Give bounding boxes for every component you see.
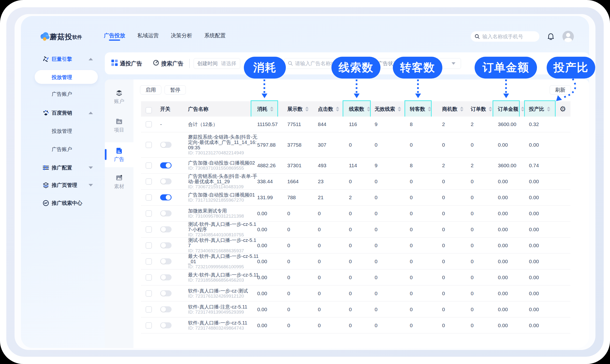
cell-value: 131.99 xyxy=(257,190,273,205)
pause-button[interactable]: 暂停 xyxy=(165,85,186,94)
ad-status-toggle[interactable] xyxy=(160,274,172,280)
row-checkbox[interactable] xyxy=(146,242,152,249)
ad-status-toggle[interactable] xyxy=(160,210,172,216)
col-header-leads[interactable]: 线索数 xyxy=(349,101,370,117)
row-checkbox[interactable] xyxy=(146,194,152,201)
cell-value: 0.00 xyxy=(529,270,539,285)
tab-general-ads[interactable]: 通投广告 xyxy=(120,60,142,67)
table-totals-row: - 合计（12条） 11150.57 77511 844 116 9 8 2 2… xyxy=(141,117,570,132)
col-header-invalid-leads[interactable]: 无效线索 xyxy=(375,101,401,117)
row-checkbox[interactable] xyxy=(146,226,152,233)
nav-system-config[interactable]: 系统配置 xyxy=(203,32,227,39)
col-header-orders[interactable]: 订单数 xyxy=(471,101,492,117)
search-icon xyxy=(475,34,480,39)
ad-status-toggle[interactable] xyxy=(160,322,172,328)
column-settings-gear-icon[interactable]: ⚙ xyxy=(559,101,566,117)
sort-icon[interactable] xyxy=(367,107,370,111)
table-row: 最大-软件-真人口播-一步-cz-5.11_01ID: 723210999568… xyxy=(141,253,570,270)
sort-icon[interactable] xyxy=(305,107,309,111)
table-row: 软件-真人口播-一步-cz-5.11ID: 723174880324986474… xyxy=(141,317,570,334)
rail-item-ads[interactable]: 广告 xyxy=(105,142,133,167)
sidebar-group-promo-config[interactable]: 推广配置 xyxy=(42,161,103,174)
ad-status-toggle[interactable] xyxy=(160,290,172,296)
notification-bell-icon[interactable] xyxy=(547,33,555,40)
cell-value: 0.00 xyxy=(529,173,539,189)
tab-search-ads[interactable]: 搜索广告 xyxy=(161,60,183,67)
device-frame: 蘑菇投 软件 广告投放 私域运营 决策分析 系统配置 输入名称或手机号 xyxy=(0,0,610,364)
cell-value: 0 xyxy=(349,301,352,317)
collapse-arrow-icon xyxy=(89,112,93,114)
sort-icon[interactable] xyxy=(460,107,463,111)
nav-private-domain[interactable]: 私域运营 xyxy=(136,32,160,39)
ad-status-toggle[interactable] xyxy=(160,242,172,248)
col-header-impressions[interactable]: 展示数 xyxy=(287,101,309,117)
ad-id: ID: 7232109995686100995 xyxy=(188,264,259,270)
row-checkbox[interactable] xyxy=(146,178,152,185)
row-checkbox[interactable] xyxy=(146,322,152,329)
cell-value: 2 xyxy=(349,190,352,205)
sort-icon[interactable] xyxy=(489,107,492,111)
row-checkbox[interactable] xyxy=(146,274,152,281)
header-search-input[interactable]: 输入名称或手机号 xyxy=(471,31,539,42)
col-header-order-amount[interactable]: 订单金额 xyxy=(498,101,524,117)
sidebar-item-baidu-delivery-mgmt[interactable]: 投放管理 xyxy=(52,124,105,138)
ad-status-toggle[interactable] xyxy=(160,162,172,169)
sidebar-item-label: 投放管理 xyxy=(52,128,72,134)
nav-ad-delivery[interactable]: 广告投放 xyxy=(103,32,126,39)
table-row: 软件-真人口播-一步-cz-测试ID: 7231761324269912120 … xyxy=(141,286,570,301)
row-checkbox[interactable] xyxy=(146,306,152,313)
ad-name: 广告加微-自动投放-口播视频01 xyxy=(188,192,255,197)
row-checkbox[interactable] xyxy=(146,142,152,148)
row-checkbox[interactable] xyxy=(146,210,152,217)
sort-icon[interactable] xyxy=(398,107,401,111)
cell-value: 0.00 xyxy=(257,301,267,317)
col-header-clicks[interactable]: 点击数 xyxy=(318,101,339,117)
sort-icon[interactable] xyxy=(521,107,524,111)
enable-button[interactable]: 启用 xyxy=(140,85,161,94)
sort-icon[interactable] xyxy=(270,107,274,111)
row-checkbox[interactable] xyxy=(146,290,152,297)
ad-status-toggle[interactable] xyxy=(160,194,172,200)
cell-value: 0 xyxy=(442,301,445,317)
rail-item-accounts[interactable]: 账户 xyxy=(105,86,133,108)
row-checkbox[interactable] xyxy=(146,258,152,265)
collapse-arrow-icon xyxy=(89,184,93,186)
sidebar-group-lead-center[interactable]: 推广线索中心 xyxy=(42,196,103,210)
sidebar-item-baidu-ad-accounts[interactable]: 广告账户 xyxy=(52,143,105,156)
row-checkbox[interactable] xyxy=(146,162,152,169)
sidebar-group-landing-pages[interactable]: 推广页管理 xyxy=(42,178,103,192)
rail-item-projects[interactable]: 项目 xyxy=(105,114,133,137)
create-time-filter[interactable]: 创建时间 请选择 xyxy=(194,58,240,69)
sort-icon[interactable] xyxy=(428,107,431,111)
col-header-consumption[interactable]: 消耗 xyxy=(257,101,274,117)
cell-value: 0 xyxy=(471,301,474,317)
sort-icon[interactable] xyxy=(336,107,339,111)
grid-icon xyxy=(111,60,118,66)
col-header-opportunities[interactable]: 商机数 xyxy=(442,101,463,117)
nav-decision-analysis[interactable]: 决策分析 xyxy=(170,32,193,39)
col-header-customers[interactable]: 转客数 xyxy=(410,101,431,117)
cell-value: 0 xyxy=(287,253,290,269)
ad-status-toggle[interactable] xyxy=(160,178,172,184)
sidebar-item-delivery-mgmt-selected[interactable]: 投放管理 xyxy=(35,70,98,84)
ad-status-dropdown[interactable]: 广告状态 xyxy=(373,58,461,69)
rail-item-assets[interactable]: 素材 xyxy=(105,171,133,193)
ad-status-toggle[interactable] xyxy=(160,142,172,148)
ad-status-toggle[interactable] xyxy=(160,226,172,233)
sidebar-item-ad-accounts[interactable]: 广告账户 xyxy=(52,87,105,101)
ad-status-toggle[interactable] xyxy=(160,258,172,264)
ad-status-toggle[interactable] xyxy=(160,306,172,312)
accounts-icon xyxy=(115,89,123,96)
engine-icon xyxy=(42,56,49,63)
row-checkbox[interactable] xyxy=(146,121,152,128)
user-avatar[interactable] xyxy=(562,31,574,42)
sort-icon[interactable] xyxy=(547,107,550,111)
clue-icon xyxy=(42,200,49,207)
col-header-roi[interactable]: 投产比 xyxy=(529,101,550,117)
sidebar-group-ocean-engine[interactable]: 巨量引擎 xyxy=(42,52,103,66)
sidebar-group-baidu-marketing[interactable]: 百度营销 xyxy=(42,106,103,120)
cell-value: 788 xyxy=(287,190,296,205)
select-all-checkbox[interactable] xyxy=(146,107,152,113)
refresh-button[interactable]: 刷新 xyxy=(550,85,571,94)
ad-name-search-input[interactable]: 请输入广告名称或项 xyxy=(284,58,369,69)
